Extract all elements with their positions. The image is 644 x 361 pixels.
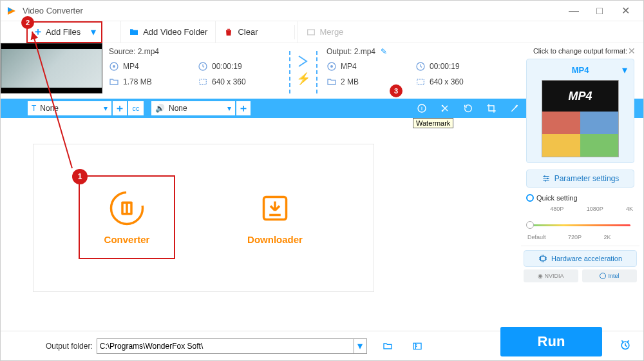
run-label: Run <box>538 333 565 350</box>
run-button[interactable]: Run <box>500 327 602 356</box>
converter-label: Converter <box>104 234 150 245</box>
speaker-icon: 🔊 <box>155 104 165 113</box>
param-settings-label: Parameter settings <box>554 174 620 183</box>
schedule-button[interactable] <box>619 338 632 351</box>
chip-icon <box>538 254 547 263</box>
svg-point-14 <box>442 110 444 112</box>
quick-setting-panel: Quick setting 480P 1080P 4K Default 720P… <box>521 194 639 240</box>
src-container: MP4 <box>123 62 139 71</box>
alarm-icon <box>619 338 632 351</box>
output-format-selector[interactable]: MP4 ▾ MP4 <box>526 59 634 163</box>
clear-button[interactable]: Clear <box>215 21 265 43</box>
svg-rect-21 <box>128 204 131 213</box>
folder-open-icon <box>382 341 393 351</box>
add-audio-button[interactable]: ＋ <box>236 101 251 115</box>
crop-button[interactable] <box>480 99 503 118</box>
callout-badge-3: 3 <box>390 84 402 97</box>
watermark-tooltip: Watermark <box>413 118 453 128</box>
nvidia-badge: ◉NVIDIA <box>524 269 578 282</box>
svg-point-26 <box>544 180 545 181</box>
merge-icon <box>306 27 316 37</box>
edit-output-button[interactable]: ✎ <box>381 47 387 56</box>
qs-720p: 720P <box>568 234 582 240</box>
chevron-down-icon: ▾ <box>104 104 108 113</box>
svg-rect-20 <box>124 204 126 213</box>
svg-rect-27 <box>540 257 545 261</box>
format-label: MP4 <box>572 65 589 75</box>
arrow-right-icon <box>298 55 309 68</box>
output-folder-label: Output folder: <box>46 342 93 351</box>
downloader-icon <box>257 190 293 226</box>
container-icon <box>327 61 337 72</box>
output-folder-path: C:\Programs\WonderFox Soft\ <box>100 342 204 351</box>
src-size: 1.78 MB <box>123 77 152 86</box>
downloader-label: Downloader <box>247 234 303 245</box>
svg-rect-6 <box>200 79 207 84</box>
downloader-card[interactable]: Downloader <box>227 175 323 259</box>
subtitle-dropdown[interactable]: T None ▾ <box>28 101 111 115</box>
qs-default: Default <box>527 234 546 240</box>
video-thumbnail[interactable] <box>1 43 102 93</box>
maximize-button[interactable]: □ <box>587 2 612 20</box>
app-logo-icon <box>6 5 17 17</box>
folder-small-icon <box>109 77 119 87</box>
svg-rect-2 <box>307 30 314 35</box>
subtitle-T-icon: T <box>32 104 36 113</box>
magic-icon <box>509 103 520 113</box>
resolution-icon <box>198 77 208 87</box>
info-icon: i <box>417 103 427 113</box>
folder-icon <box>129 27 139 37</box>
out-res: 640 x 360 <box>430 77 464 86</box>
qs-2k: 2K <box>604 234 611 240</box>
parameter-settings-button[interactable]: Parameter settings <box>526 170 634 188</box>
folder-small-icon <box>327 77 337 87</box>
rotate-button[interactable] <box>457 99 480 118</box>
resolution-icon <box>415 77 426 87</box>
audio-dropdown[interactable]: 🔊 None ▾ <box>151 101 235 115</box>
format-thumbnail: MP4 <box>542 80 619 157</box>
output-folder-dropdown[interactable]: ▾ <box>354 338 367 354</box>
svg-point-25 <box>547 178 548 179</box>
hw-accel-label: Hardware acceleration <box>551 255 622 262</box>
svg-rect-19 <box>121 201 133 215</box>
out-size: 2 MB <box>341 77 359 86</box>
output-folder-input[interactable]: C:\Programs\WonderFox Soft\ <box>97 338 354 354</box>
add-folder-label: Add Video Folder <box>143 27 207 37</box>
format-hint: Click to change output format: <box>521 47 639 55</box>
svg-point-4 <box>113 65 115 68</box>
archive-button[interactable] <box>408 338 426 354</box>
hardware-accel-button[interactable]: Hardware acceleration <box>524 250 637 267</box>
merge-button[interactable]: Merge <box>298 21 352 43</box>
quality-slider[interactable] <box>526 215 634 234</box>
minimize-button[interactable]: — <box>561 2 587 20</box>
bottom-bar: Output folder: C:\Programs\WonderFox Sof… <box>1 331 643 360</box>
bolt-icon: ⚡ <box>296 72 310 86</box>
add-subtitle-button[interactable]: ＋ <box>113 101 127 115</box>
add-folder-button[interactable]: Add Video Folder <box>120 21 215 43</box>
callout-badge-2: 2 <box>21 16 34 29</box>
app-window: Video Converter — □ ✕ 2 ＋ Add Files ▾ Ad… <box>0 0 644 361</box>
info-button[interactable]: i <box>410 99 433 118</box>
svg-rect-10 <box>417 79 424 84</box>
format-thumb-label: MP4 <box>568 90 592 103</box>
window-title: Video Converter <box>23 6 561 15</box>
svg-text:i: i <box>421 105 422 112</box>
clock-icon <box>198 61 208 72</box>
cc-button[interactable]: cc <box>128 101 144 115</box>
close-button[interactable]: ✕ <box>612 2 638 20</box>
chevron-down-icon[interactable]: ▾ <box>91 26 96 38</box>
slider-knob[interactable] <box>526 221 534 229</box>
converter-card[interactable]: 1 Converter <box>79 175 175 259</box>
svg-point-13 <box>442 105 444 107</box>
qs-480p: 480P <box>550 206 564 212</box>
hardware-accel-panel: Hardware acceleration ◉NVIDIA Intel <box>521 246 639 286</box>
open-folder-button[interactable] <box>379 338 397 354</box>
trash-icon <box>223 27 234 37</box>
add-files-button[interactable]: 2 ＋ Add Files ▾ <box>26 21 102 43</box>
out-container: MP4 <box>341 62 357 71</box>
out-duration: 00:00:19 <box>430 62 460 71</box>
chevron-down-icon: ▾ <box>227 104 231 113</box>
output-label: Output: 2.mp4 <box>327 47 375 56</box>
cut-button[interactable] <box>433 99 457 118</box>
archive-icon <box>412 341 423 351</box>
